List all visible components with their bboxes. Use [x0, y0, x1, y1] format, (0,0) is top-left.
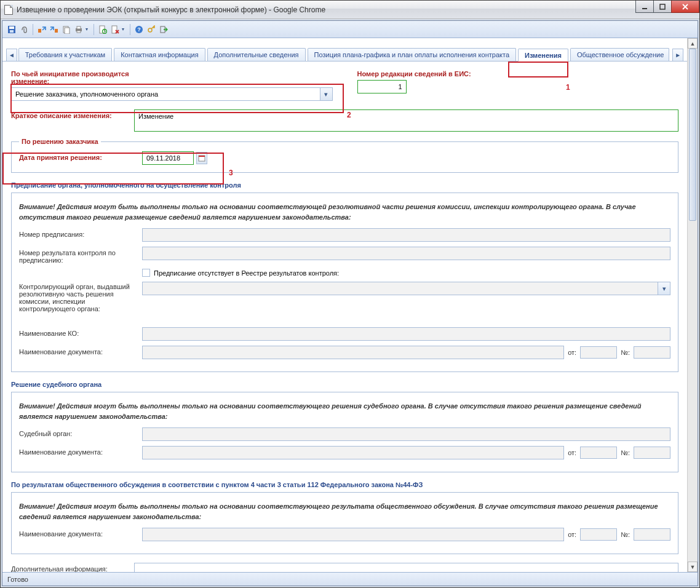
court-doc-date-input[interactable] — [580, 447, 617, 459]
from-label: от: — [564, 449, 580, 456]
eis-label: Номер редакции сведений в ЕИС: — [357, 68, 480, 77]
app-body: ▾ ▾ ? ◄ Требования к участникам Контактн… — [2, 20, 698, 586]
calendar-icon[interactable] — [196, 152, 207, 164]
public-doc-number-input[interactable] — [634, 528, 670, 541]
additional-info-label: Дополнительная информация: — [11, 563, 134, 572]
court-section-title: Решение судебного органа — [11, 381, 678, 388]
initiative-select[interactable]: Решение заказчика, уполномоченного орган… — [11, 87, 333, 101]
exit-icon[interactable] — [158, 24, 169, 35]
initiative-label: По чьей инициативе производится изменени… — [11, 68, 134, 85]
prescription-num-input[interactable] — [142, 228, 670, 242]
close-button[interactable] — [671, 1, 699, 13]
svg-rect-0 — [642, 8, 647, 9]
control-group: Внимание! Действия могут быть выполнены … — [11, 193, 678, 372]
dropdown-icon[interactable]: ▾ — [86, 26, 90, 32]
number-label: №: — [617, 449, 634, 456]
eis-number-input[interactable]: 1 — [357, 80, 407, 93]
toolbar-separator — [93, 24, 94, 35]
toolbar: ▾ ▾ ? — [2, 21, 698, 38]
tab-scroll-right[interactable]: ► — [672, 49, 683, 61]
vertical-scrollbar[interactable]: ▲ ▼ — [687, 38, 698, 572]
additional-info-input[interactable] — [134, 563, 678, 572]
public-doc-date-input[interactable] — [580, 528, 617, 541]
decision-date-input[interactable]: 09.11.2018 — [142, 151, 194, 165]
svg-rect-1 — [660, 4, 665, 9]
annotation-num-1: 1 — [566, 83, 570, 92]
from-label: от: — [564, 349, 580, 356]
short-desc-input[interactable] — [134, 109, 678, 132]
public-section-title: По результатам общественного обсуждения … — [11, 481, 678, 488]
svg-rect-3 — [9, 26, 14, 29]
attach-icon[interactable] — [18, 24, 30, 35]
control-warning: Внимание! Действия могут быть выполнены … — [19, 202, 670, 222]
court-doc-number-input[interactable] — [634, 447, 670, 459]
maximize-button[interactable] — [653, 1, 672, 13]
control-doc-number-input[interactable] — [634, 346, 670, 359]
tab-changes[interactable]: Изменения — [518, 49, 568, 62]
window-title: Извещение о проведении ЭОК (открытый кон… — [17, 6, 325, 14]
annotation-num-3: 3 — [229, 169, 233, 177]
import-icon[interactable] — [49, 24, 60, 35]
public-warning: Внимание! Действия могут быть выполнены … — [19, 501, 670, 522]
control-doc-date-input[interactable] — [580, 346, 617, 359]
svg-rect-8 — [65, 28, 70, 34]
tab-scroll-left[interactable]: ◄ — [6, 49, 17, 61]
control-result-num-label: Номер результата контроля по предписанию… — [19, 247, 142, 264]
delete-doc-icon[interactable] — [109, 24, 121, 35]
svg-rect-10 — [77, 26, 81, 29]
absent-checkbox-label: Предписание отсутствует в Реестре резуль… — [154, 269, 339, 277]
control-doc-name-input[interactable] — [142, 346, 564, 359]
control-result-num-input[interactable] — [142, 247, 670, 260]
svg-rect-11 — [77, 31, 81, 33]
status-bar: Готово — [2, 572, 698, 586]
toolbar-separator — [33, 24, 33, 35]
court-doc-name-label: Наименование документа: — [19, 446, 142, 456]
save-icon[interactable] — [6, 24, 17, 35]
scroll-down-icon[interactable]: ▼ — [688, 562, 698, 572]
tab-public-discussion[interactable]: Общественное обсуждение — [570, 48, 669, 61]
svg-rect-5 — [38, 29, 41, 33]
status-text: Готово — [7, 576, 28, 583]
number-label: №: — [617, 531, 634, 538]
court-warning: Внимание! Действия могут быть выполнены … — [19, 401, 670, 421]
chevron-down-icon: ▾ — [658, 282, 670, 295]
absent-checkbox[interactable] — [142, 269, 150, 277]
document-icon — [4, 5, 13, 15]
ko-name-label: Наименование КО: — [19, 327, 142, 337]
control-doc-name-label: Наименование документа: — [19, 346, 142, 356]
svg-rect-4 — [10, 30, 14, 33]
dropdown-icon[interactable]: ▾ — [122, 26, 127, 32]
court-body-label: Судебный орган: — [19, 427, 142, 437]
public-group: Внимание! Действия могут быть выполнены … — [11, 492, 678, 554]
help-icon[interactable]: ? — [133, 24, 145, 35]
decision-date-label: Дата принятия решения: — [19, 151, 142, 161]
public-doc-name-input[interactable] — [142, 528, 564, 541]
initiative-value: Решение заказчика, уполномоченного орган… — [15, 90, 158, 98]
court-body-input[interactable] — [142, 427, 670, 441]
toolbar-separator — [130, 24, 130, 35]
content-pane: ◄ Требования к участникам Контактная инф… — [2, 38, 687, 572]
authority-select[interactable]: ▾ — [142, 282, 670, 295]
prescription-num-label: Номер предписания: — [19, 228, 142, 238]
authority-label: Контролирующий орган, выдавший резолютив… — [19, 282, 142, 312]
svg-text:?: ? — [137, 26, 141, 33]
court-group: Внимание! Действия могут быть выполнены … — [11, 392, 678, 472]
key-icon[interactable] — [146, 24, 157, 35]
ko-name-input[interactable] — [142, 327, 670, 341]
court-doc-name-input[interactable] — [142, 446, 564, 459]
tab-participants[interactable]: Требования к участникам — [18, 48, 112, 61]
tab-additional[interactable]: Дополнительные сведения — [207, 48, 306, 61]
scrollbar-thumb[interactable] — [689, 49, 696, 221]
tab-schedule[interactable]: Позиция плана-графика и план оплаты испо… — [308, 48, 516, 61]
public-doc-name-label: Наименование документа: — [19, 528, 142, 538]
refresh-doc-icon[interactable] — [97, 24, 108, 35]
print-icon[interactable] — [73, 24, 84, 35]
tab-contact[interactable]: Контактная информация — [114, 48, 205, 61]
title-bar: Извещение о проведении ЭОК (открытый кон… — [1, 1, 699, 19]
export-icon[interactable] — [36, 24, 47, 35]
customer-decision-group: По решению заказчика Дата принятия решен… — [11, 138, 678, 173]
scroll-up-icon[interactable]: ▲ — [688, 38, 698, 49]
chevron-down-icon: ▾ — [320, 88, 332, 100]
copy-icon[interactable] — [61, 24, 72, 35]
minimize-button[interactable] — [635, 1, 654, 13]
